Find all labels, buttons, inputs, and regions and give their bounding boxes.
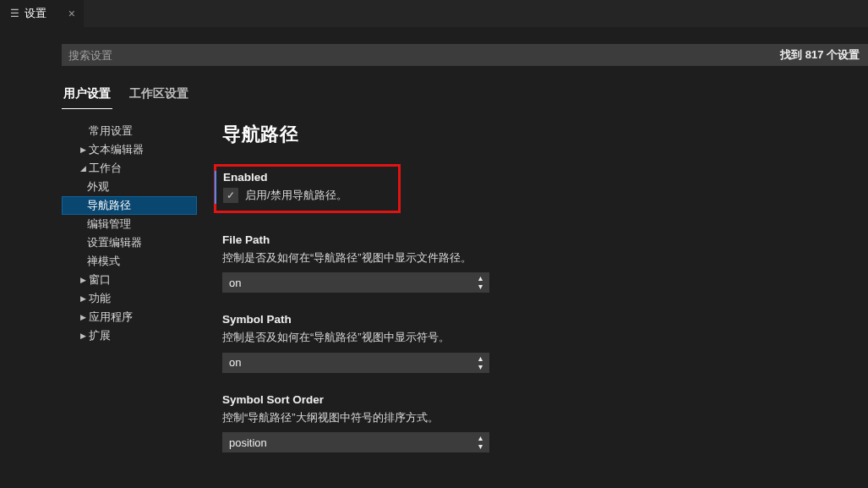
toc-item-application[interactable]: ▶应用程序 [62, 308, 197, 326]
settings-body: 找到 817 个设置 用户设置 工作区设置 常用设置 ▶文本编辑器 ◢工作台 外… [0, 44, 868, 488]
tab-user-settings[interactable]: 用户设置 [62, 81, 112, 109]
setting-symbol-sort-order: Symbol Sort Order 控制“导航路径”大纲视图中符号的排序方式。 … [222, 393, 696, 453]
modified-indicator: Enabled ✓ 启用/禁用导航路径。 [215, 171, 347, 204]
setting-name: File Path [222, 233, 696, 246]
dropdown-symbol-path[interactable]: on ▴▾ [222, 353, 489, 373]
setting-name: Enabled [223, 171, 347, 184]
settings-sliders-icon: ☰ [10, 8, 19, 19]
toc-item-appearance[interactable]: 外观 [62, 178, 197, 196]
chevron-right-icon: ▶ [79, 294, 87, 303]
chevron-updown-icon: ▴▾ [478, 354, 483, 371]
setting-description: 启用/禁用导航路径。 [245, 187, 347, 204]
setting-file-path: File Path 控制是否及如何在“导航路径”视图中显示文件路径。 on ▴▾ [222, 233, 696, 293]
setting-description: 控制是否及如何在“导航路径”视图中显示符号。 [222, 329, 696, 346]
setting-symbol-path: Symbol Path 控制是否及如何在“导航路径”视图中显示符号。 on ▴▾ [222, 313, 696, 373]
tab-label: 设置 [25, 7, 46, 21]
chevron-right-icon: ▶ [79, 145, 87, 154]
toc-label: 编辑管理 [87, 217, 131, 232]
search-row: 找到 817 个设置 [62, 44, 868, 66]
toc-label: 扩展 [89, 328, 111, 343]
toc-label: 禅模式 [87, 254, 120, 269]
editor-tab-bar: ☰ 设置 × [0, 0, 868, 27]
settings-toc: 常用设置 ▶文本编辑器 ◢工作台 外观 导航路径 编辑管理 设置编辑器 禅模式 … [62, 118, 197, 488]
close-icon[interactable]: × [68, 8, 75, 19]
settings-split: 常用设置 ▶文本编辑器 ◢工作台 外观 导航路径 编辑管理 设置编辑器 禅模式 … [62, 118, 868, 488]
setting-description: 控制是否及如何在“导航路径”视图中显示文件路径。 [222, 249, 696, 266]
toc-label: 应用程序 [89, 310, 133, 325]
dropdown-file-path[interactable]: on ▴▾ [222, 272, 489, 293]
chevron-right-icon: ▶ [79, 332, 87, 340]
tab-settings[interactable]: ☰ 设置 × [0, 0, 85, 27]
dropdown-value: on [229, 277, 241, 289]
toc-item-extensions[interactable]: ▶扩展 [62, 326, 197, 345]
chevron-right-icon: ▶ [79, 276, 87, 284]
setting-enabled: Enabled ✓ 启用/禁用导航路径。 [222, 164, 696, 213]
setting-checkbox-row: ✓ 启用/禁用导航路径。 [223, 187, 347, 204]
toc-label: 功能 [89, 291, 111, 306]
search-input[interactable] [62, 44, 777, 66]
toc-label: 常用设置 [89, 123, 133, 139]
toc-label: 文本编辑器 [89, 142, 144, 157]
tab-workspace-settings[interactable]: 工作区设置 [128, 81, 190, 109]
dropdown-value: position [229, 436, 267, 449]
toc-item-workbench[interactable]: ◢工作台 [62, 159, 197, 178]
scope-tabs: 用户设置 工作区设置 [62, 81, 868, 110]
toc-label: 窗口 [89, 272, 111, 288]
chevron-updown-icon: ▴▾ [478, 434, 483, 451]
dropdown-symbol-sort-order[interactable]: position ▴▾ [222, 432, 489, 452]
toc-label: 导航路径 [87, 198, 131, 213]
setting-description: 控制“导航路径”大纲视图中符号的排序方式。 [222, 409, 696, 426]
toc-item-common[interactable]: 常用设置 [62, 122, 197, 140]
toc-label: 工作台 [89, 161, 122, 176]
setting-name: Symbol Path [222, 313, 696, 326]
chevron-right-icon: ▶ [79, 313, 87, 321]
setting-name: Symbol Sort Order [222, 393, 696, 406]
dropdown-value: on [229, 356, 241, 369]
toc-label: 设置编辑器 [87, 235, 142, 250]
toc-item-text-editor[interactable]: ▶文本编辑器 [62, 140, 197, 159]
settings-content: 导航路径 Enabled ✓ 启用/禁用导航路径。 File Path 控制是否… [197, 118, 868, 488]
checkbox[interactable]: ✓ [223, 188, 238, 203]
toc-item-breadcrumbs[interactable]: 导航路径 [62, 196, 197, 215]
toc-label: 外观 [87, 179, 109, 195]
toc-item-window[interactable]: ▶窗口 [62, 271, 197, 289]
result-count: 找到 817 个设置 [777, 44, 868, 66]
section-title: 导航路径 [222, 122, 868, 147]
highlight-annotation: Enabled ✓ 启用/禁用导航路径。 [214, 164, 401, 213]
chevron-down-icon: ◢ [79, 164, 87, 173]
toc-item-settings-editor[interactable]: 设置编辑器 [62, 233, 197, 252]
chevron-updown-icon: ▴▾ [478, 274, 483, 291]
toc-item-editor-management[interactable]: 编辑管理 [62, 215, 197, 233]
toc-item-zen-mode[interactable]: 禅模式 [62, 252, 197, 271]
toc-item-features[interactable]: ▶功能 [62, 289, 197, 308]
